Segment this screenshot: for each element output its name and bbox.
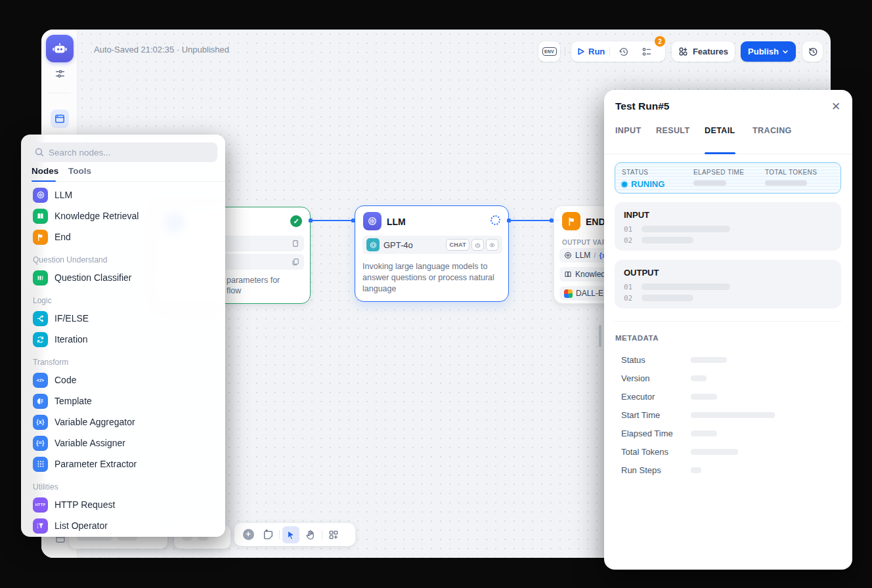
env-button[interactable]: ENV <box>538 41 560 62</box>
tab-result[interactable]: RESULT <box>656 126 689 135</box>
active-tab-underline <box>32 180 56 182</box>
input-card: INPUT 01 02 <box>615 202 841 251</box>
node-item-code[interactable]: </> Code <box>26 369 220 390</box>
llm-icon <box>33 188 48 203</box>
tab-input[interactable]: INPUT <box>615 126 642 135</box>
plus-circle-icon: + <box>243 529 254 540</box>
node-item-template[interactable]: Template <box>26 390 220 411</box>
gpt-model-icon <box>366 238 380 251</box>
output-row-placeholder <box>642 295 693 301</box>
tab-tools[interactable]: Tools <box>68 166 91 176</box>
iteration-loop-icon <box>33 332 48 347</box>
metadata-value-placeholder <box>691 357 727 363</box>
edge-connector <box>550 219 554 222</box>
publish-button[interactable]: Publish <box>741 41 796 62</box>
output-row-placeholder <box>642 284 730 290</box>
variable-assigner-icon: {=} <box>33 436 48 451</box>
question-classifier-icon <box>33 270 48 285</box>
node-item-if-else[interactable]: IF/ELSE <box>26 308 220 329</box>
edge-start-to-llm <box>311 220 355 221</box>
metadata-heading: METADATA <box>615 334 659 342</box>
llm-model-selector[interactable]: GPT-4o CHAT <box>362 236 502 254</box>
node-item-end[interactable]: End <box>26 226 220 247</box>
pointer-tool-button[interactable] <box>282 526 299 543</box>
features-icon <box>678 47 688 56</box>
panel-title: Test Run#5 <box>615 100 669 112</box>
hand-icon <box>305 530 316 540</box>
total-tokens-placeholder <box>765 180 807 186</box>
input-row-placeholder <box>642 237 693 243</box>
llm-model-name: GPT-4o <box>383 240 413 250</box>
history-clock-icon <box>808 47 818 57</box>
version-history-button[interactable] <box>802 41 823 62</box>
close-icon: ✕ <box>831 100 840 114</box>
metadata-value-placeholder <box>691 430 717 436</box>
checklist-icon <box>642 47 652 57</box>
chat-mode-badge: CHAT <box>446 239 469 251</box>
metadata-value-placeholder <box>691 375 707 381</box>
tab-nodes[interactable]: Nodes <box>32 166 58 176</box>
active-tab-underline <box>705 152 735 154</box>
dalle-icon <box>564 289 573 298</box>
status-value-running: RUNING <box>622 179 665 189</box>
node-item-list-operator[interactable]: List Operator <box>26 515 220 536</box>
output-card: OUTPUT 01 02 <box>615 260 841 308</box>
checklist-button[interactable] <box>638 43 656 61</box>
preferences-sliders-icon[interactable] <box>54 68 66 79</box>
running-dot-icon <box>622 182 627 187</box>
canvas-view-button[interactable] <box>51 110 69 128</box>
checklist-count-badge: 2 <box>655 36 665 47</box>
section-logic: Logic <box>26 293 220 308</box>
node-item-variable-assigner[interactable]: {=} Variable Assigner <box>26 432 220 453</box>
document-icon <box>292 240 299 247</box>
hand-tool-button[interactable] <box>302 526 319 543</box>
note-plus-icon <box>263 529 274 540</box>
node-item-parameter-extractor[interactable]: Parameter Extractor <box>26 453 220 474</box>
robot-icon <box>51 40 68 57</box>
organize-nodes-button[interactable] <box>325 526 342 543</box>
node-item-variable-aggregator[interactable]: {x} Variable Aggregator <box>26 411 220 432</box>
node-item-http-request[interactable]: HTTP HTTP Request <box>26 494 220 515</box>
start-node-description: parameters for flow <box>227 275 280 296</box>
play-icon <box>577 47 585 56</box>
section-utilities: Utilities <box>26 480 220 494</box>
list-operator-funnel-icon <box>33 518 48 534</box>
window-icon <box>54 114 65 124</box>
total-tokens-label: TOTAL TOKENS <box>765 169 817 176</box>
metadata-value-placeholder <box>691 467 701 473</box>
autosave-status: Auto-Saved 21:02:35 · Unpublished <box>94 45 229 54</box>
env-icon: ENV <box>542 47 557 56</box>
metadata-value-placeholder <box>691 449 738 455</box>
features-button[interactable]: Features <box>672 41 735 62</box>
section-question-understand: Question Understand <box>26 253 220 267</box>
tab-detail[interactable]: DETAIL <box>705 126 735 135</box>
llm-node[interactable]: LLM GPT-4o CHAT Invoking lar <box>355 205 509 302</box>
node-item-llm[interactable]: LLM <box>26 184 220 205</box>
topbar-divider <box>565 47 565 56</box>
input-heading: INPUT <box>624 210 649 220</box>
elapsed-time-placeholder <box>693 180 726 186</box>
run-history-button[interactable] <box>615 43 633 61</box>
tab-tracing[interactable]: TRACING <box>752 126 792 135</box>
end-node-icon <box>562 212 580 230</box>
node-item-knowledge-retrieval[interactable]: Knowledge Retrieval <box>26 205 220 226</box>
parameter-extractor-icon <box>33 457 48 472</box>
close-button[interactable]: ✕ <box>827 98 844 115</box>
node-search-input[interactable]: Search nodes... <box>29 142 217 162</box>
metadata-value-placeholder <box>691 412 775 418</box>
canvas-scrollbar[interactable] <box>599 325 601 347</box>
add-note-button[interactable] <box>259 526 276 543</box>
section-divider <box>615 321 841 322</box>
run-button[interactable]: Run <box>577 47 605 56</box>
rail-divider <box>49 93 70 93</box>
knowledge-book-icon <box>33 209 48 224</box>
node-item-iteration[interactable]: Iteration <box>26 329 220 350</box>
canvas-toolbar: + <box>234 523 355 546</box>
add-node-button[interactable]: + <box>240 526 257 543</box>
run-group: Run <box>571 41 665 62</box>
if-else-split-icon <box>33 311 48 326</box>
app-logo-robot-icon[interactable] <box>46 35 74 62</box>
node-item-question-classifier[interactable]: Question Classifier <box>26 267 220 288</box>
template-icon <box>33 394 48 409</box>
run-history-icon <box>619 47 629 57</box>
